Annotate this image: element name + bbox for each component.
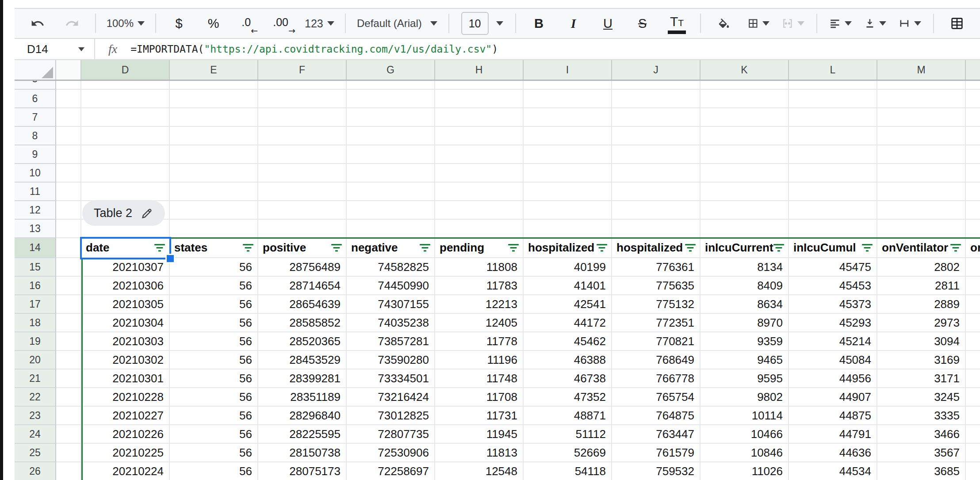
cell-K14[interactable]: inIcuCurrent bbox=[701, 238, 789, 258]
column-header-F[interactable]: F bbox=[258, 60, 347, 80]
row-header-17[interactable]: 17 bbox=[15, 295, 56, 314]
cell-I11[interactable] bbox=[524, 183, 612, 201]
row-header-9[interactable]: 9 bbox=[15, 145, 56, 164]
name-box[interactable]: D14 bbox=[15, 39, 95, 59]
cell-F21[interactable]: 28399281 bbox=[258, 370, 347, 388]
cell-D8[interactable] bbox=[81, 127, 170, 145]
cell-I21[interactable]: 46738 bbox=[524, 370, 612, 388]
cell-gutter-6[interactable] bbox=[56, 90, 81, 108]
row-header-12[interactable]: 12 bbox=[15, 201, 56, 220]
cell-I9[interactable] bbox=[524, 145, 612, 164]
cell-D5[interactable] bbox=[81, 81, 170, 90]
cell-J20[interactable]: 768649 bbox=[612, 351, 701, 370]
cell-H6[interactable] bbox=[435, 90, 524, 108]
column-header-G[interactable]: G bbox=[347, 60, 435, 80]
row-header-19[interactable]: 19 bbox=[15, 332, 56, 351]
cell-I18[interactable]: 44172 bbox=[524, 314, 612, 332]
cell-gutter-21[interactable] bbox=[56, 370, 81, 388]
cell-H17[interactable]: 12213 bbox=[435, 295, 524, 314]
cell-M8[interactable] bbox=[877, 127, 966, 145]
horizontal-align-button[interactable] bbox=[824, 12, 857, 35]
cell-N11[interactable] bbox=[966, 183, 980, 201]
edit-pencil-icon[interactable] bbox=[140, 207, 153, 220]
cell-M10[interactable] bbox=[877, 164, 966, 183]
cell-H24[interactable]: 11945 bbox=[435, 425, 524, 444]
cell-gutter-24[interactable] bbox=[56, 425, 81, 444]
cell-M14[interactable]: onVentilator bbox=[877, 238, 966, 258]
cell-gutter-20[interactable] bbox=[56, 351, 81, 370]
cell-N9[interactable] bbox=[966, 145, 980, 164]
cell-G23[interactable]: 73012825 bbox=[347, 407, 435, 425]
cell-L5[interactable] bbox=[789, 81, 877, 90]
cell-D26[interactable]: 20210224 bbox=[81, 462, 170, 480]
cell-H19[interactable]: 11778 bbox=[435, 332, 524, 351]
cell-I6[interactable] bbox=[524, 90, 612, 108]
cell-I14[interactable]: hospitalized bbox=[524, 238, 612, 258]
cell-D25[interactable]: 20210225 bbox=[81, 444, 170, 462]
cell-I19[interactable]: 45462 bbox=[524, 332, 612, 351]
cell-D18[interactable]: 20210304 bbox=[81, 314, 170, 332]
insert-table-button[interactable] bbox=[941, 12, 973, 35]
column-header-E[interactable]: E bbox=[170, 60, 258, 80]
filter-icon[interactable] bbox=[508, 243, 519, 253]
cell-L23[interactable]: 44875 bbox=[789, 407, 877, 425]
cell-gutter-25[interactable] bbox=[56, 444, 81, 462]
cell-G16[interactable]: 74450990 bbox=[347, 277, 435, 295]
cell-F6[interactable] bbox=[258, 90, 347, 108]
cell-J15[interactable]: 776361 bbox=[612, 258, 701, 277]
underline-button[interactable]: U bbox=[592, 12, 624, 35]
row-header-11[interactable]: 11 bbox=[15, 183, 56, 201]
row-header-14[interactable]: 14 bbox=[15, 238, 56, 258]
cell-J19[interactable]: 770821 bbox=[612, 332, 701, 351]
cell-I22[interactable]: 47352 bbox=[524, 388, 612, 407]
cell-gutter-15[interactable] bbox=[56, 258, 81, 277]
cell-K18[interactable]: 8970 bbox=[701, 314, 789, 332]
filter-icon[interactable] bbox=[773, 243, 785, 253]
cell-N14[interactable]: on bbox=[966, 238, 980, 258]
cell-E22[interactable]: 56 bbox=[170, 388, 258, 407]
cell-G26[interactable]: 72258697 bbox=[347, 462, 435, 480]
text-color-button[interactable]: TT bbox=[661, 12, 693, 35]
cell-N15[interactable] bbox=[966, 258, 980, 277]
cell-G11[interactable] bbox=[347, 183, 435, 201]
cell-gutter-26[interactable] bbox=[56, 462, 81, 480]
cell-K10[interactable] bbox=[701, 164, 789, 183]
cell-K19[interactable]: 9359 bbox=[701, 332, 789, 351]
cell-gutter-8[interactable] bbox=[56, 127, 81, 145]
cell-gutter-9[interactable] bbox=[56, 145, 81, 164]
borders-button[interactable] bbox=[743, 12, 775, 35]
cell-M5[interactable] bbox=[877, 81, 966, 90]
cell-G5[interactable] bbox=[347, 81, 435, 90]
row-header-23[interactable]: 23 bbox=[15, 407, 56, 425]
cell-I26[interactable]: 54118 bbox=[524, 462, 612, 480]
cell-I25[interactable]: 52669 bbox=[524, 444, 612, 462]
row-header-22[interactable]: 22 bbox=[15, 388, 56, 407]
cell-F18[interactable]: 28585852 bbox=[258, 314, 347, 332]
column-header-L[interactable]: L bbox=[789, 60, 877, 80]
vertical-align-button[interactable] bbox=[859, 12, 892, 35]
undo-button[interactable] bbox=[22, 12, 54, 35]
cell-E23[interactable]: 56 bbox=[170, 407, 258, 425]
cell-J6[interactable] bbox=[612, 90, 701, 108]
cell-gutter-13[interactable] bbox=[56, 220, 81, 238]
cell-E13[interactable] bbox=[170, 220, 258, 238]
cell-gutter-12[interactable] bbox=[56, 201, 81, 220]
cell-D21[interactable]: 20210301 bbox=[81, 370, 170, 388]
cell-F8[interactable] bbox=[258, 127, 347, 145]
cell-K20[interactable]: 9465 bbox=[701, 351, 789, 370]
cell-G25[interactable]: 72530906 bbox=[347, 444, 435, 462]
cell-D17[interactable]: 20210305 bbox=[81, 295, 170, 314]
cell-F23[interactable]: 28296840 bbox=[258, 407, 347, 425]
cell-H12[interactable] bbox=[435, 201, 524, 220]
cell-I10[interactable] bbox=[524, 164, 612, 183]
cell-D15[interactable]: 20210307 bbox=[81, 258, 170, 277]
cell-E10[interactable] bbox=[170, 164, 258, 183]
cell-D24[interactable]: 20210226 bbox=[81, 425, 170, 444]
cell-L8[interactable] bbox=[789, 127, 877, 145]
cell-N25[interactable] bbox=[966, 444, 980, 462]
cell-D19[interactable]: 20210303 bbox=[81, 332, 170, 351]
cell-M13[interactable] bbox=[877, 220, 966, 238]
cell-M24[interactable]: 3466 bbox=[877, 425, 966, 444]
cell-F9[interactable] bbox=[258, 145, 347, 164]
cell-L12[interactable] bbox=[789, 201, 877, 220]
